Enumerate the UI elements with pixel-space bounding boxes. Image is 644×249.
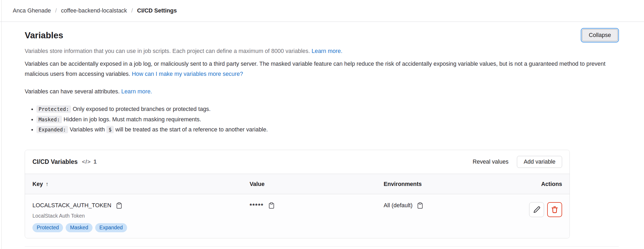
add-variable-button[interactable]: Add variable bbox=[517, 156, 562, 168]
clipboard-copy-icon bbox=[268, 202, 275, 209]
cicd-variables-card: CI/CD Variables </> 1 Reveal values Add … bbox=[25, 150, 570, 239]
expanded-badge: Expanded bbox=[95, 223, 127, 233]
edit-variable-button[interactable] bbox=[529, 202, 544, 217]
variables-attributes-paragraph: Variables can have several attributes. L… bbox=[25, 86, 619, 97]
breadcrumb: Anca Ghenade / coffee-backend-localstack… bbox=[0, 0, 644, 22]
breadcrumb-user[interactable]: Anca Ghenade bbox=[13, 7, 51, 14]
column-header-actions: Actions bbox=[499, 181, 562, 188]
learn-more-link[interactable]: Learn more. bbox=[312, 48, 342, 54]
intro-text: Variables store information that you can… bbox=[25, 48, 310, 54]
variables-secure-link[interactable]: How can I make my variables more secure? bbox=[132, 71, 243, 77]
variables-warning-paragraph: Variables can be accidentally exposed in… bbox=[25, 59, 619, 79]
settings-variables-section: Variables Collapse Variables store infor… bbox=[0, 29, 644, 247]
attributes-list: Protected:Only exposed to protected bran… bbox=[25, 104, 619, 135]
variables-count-badge: 1 bbox=[93, 159, 97, 165]
protected-code-label: Protected: bbox=[36, 105, 71, 113]
key-header-label: Key bbox=[32, 181, 43, 187]
column-header-value: Value bbox=[250, 181, 384, 188]
page-left-border bbox=[1, 0, 2, 249]
breadcrumb-separator: / bbox=[55, 7, 57, 14]
variable-key: LOCALSTACK_AUTH_TOKEN bbox=[32, 202, 111, 209]
table-row: LOCALSTACK_AUTH_TOKEN LocalStack Auth To… bbox=[25, 194, 570, 238]
variable-masked-value: ***** bbox=[250, 202, 264, 209]
expanded-code-label: Expanded: bbox=[36, 126, 68, 133]
copy-environments-button[interactable] bbox=[417, 202, 424, 209]
masked-badge: Masked bbox=[66, 223, 92, 233]
breadcrumb-current-page: CI/CD Settings bbox=[137, 7, 177, 14]
code-icon: </> bbox=[82, 159, 91, 165]
variable-description: LocalStack Auth Token bbox=[32, 213, 250, 219]
collapse-button[interactable]: Collapse bbox=[582, 29, 618, 41]
environments-cell: All (default) bbox=[384, 202, 499, 233]
masked-code-label: Masked: bbox=[36, 116, 62, 123]
attribute-item-expanded: Expanded:Variables with$will be treated … bbox=[36, 124, 619, 135]
variable-attribute-badges: Protected Masked Expanded bbox=[32, 223, 250, 233]
column-header-key[interactable]: Key↑ bbox=[32, 181, 250, 188]
reveal-values-button[interactable]: Reveal values bbox=[472, 156, 509, 168]
copy-value-button[interactable] bbox=[268, 202, 275, 209]
attributes-learn-more-link[interactable]: Learn more. bbox=[121, 88, 152, 95]
trash-icon bbox=[551, 206, 558, 213]
copy-key-button[interactable] bbox=[116, 202, 123, 209]
value-cell: ***** bbox=[250, 202, 384, 233]
variable-environments: All (default) bbox=[384, 202, 413, 209]
next-section-divider bbox=[25, 246, 619, 247]
attributes-text: Variables can have several attributes. bbox=[25, 88, 120, 95]
expanded-description-start: Variables with bbox=[70, 126, 105, 133]
page-title: Variables bbox=[25, 30, 63, 40]
attribute-item-masked: Masked:Hidden in job logs. Must match ma… bbox=[36, 114, 619, 125]
variables-table-header-row: Key↑ Value Environments Actions bbox=[25, 174, 570, 194]
sort-ascending-icon: ↑ bbox=[45, 181, 48, 187]
dollar-code-label: $ bbox=[106, 126, 114, 133]
cicd-variables-card-header: CI/CD Variables </> 1 Reveal values Add … bbox=[25, 150, 570, 174]
breadcrumb-separator: / bbox=[131, 7, 133, 14]
protected-description: Only exposed to protected branches or pr… bbox=[73, 106, 211, 112]
masked-description: Hidden in job logs. Must match masking r… bbox=[64, 116, 201, 123]
key-cell: LOCALSTACK_AUTH_TOKEN LocalStack Auth To… bbox=[32, 202, 250, 233]
delete-variable-button[interactable] bbox=[547, 202, 562, 217]
actions-cell bbox=[499, 202, 562, 233]
clipboard-copy-icon bbox=[116, 202, 123, 209]
card-title: CI/CD Variables bbox=[32, 158, 78, 165]
protected-badge: Protected bbox=[32, 223, 63, 233]
warning-text: Variables can be accidentally exposed in… bbox=[25, 61, 605, 77]
expanded-description-end: will be treated as the start of a refere… bbox=[115, 126, 268, 133]
pencil-icon bbox=[533, 206, 540, 213]
attribute-item-protected: Protected:Only exposed to protected bran… bbox=[36, 104, 619, 114]
breadcrumb-project[interactable]: coffee-backend-localstack bbox=[61, 7, 127, 14]
column-header-environments: Environments bbox=[384, 181, 499, 188]
clipboard-copy-icon bbox=[417, 202, 424, 209]
variables-intro-paragraph: Variables store information that you can… bbox=[25, 46, 619, 56]
